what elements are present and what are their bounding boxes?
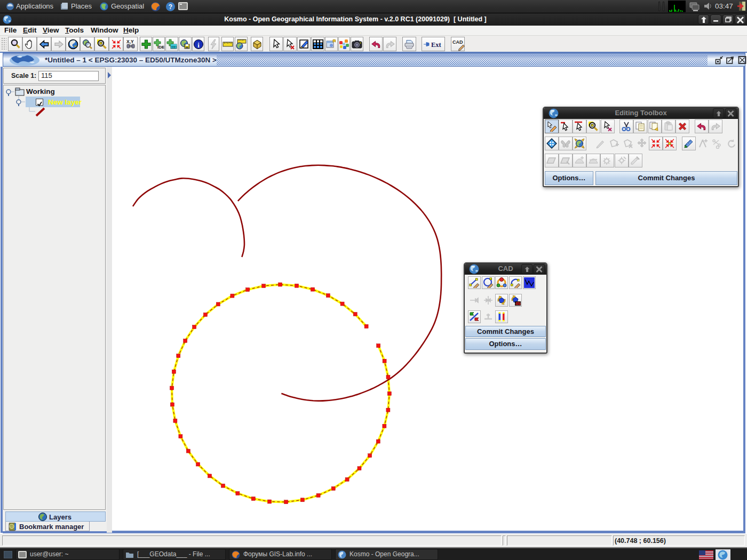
- svg-text:i: i: [197, 41, 200, 49]
- svg-text:X,Y: X,Y: [126, 39, 134, 44]
- svg-text:?: ?: [169, 3, 172, 11]
- svg-text:Ext: Ext: [431, 41, 442, 49]
- svg-text:IDE: IDE: [157, 45, 164, 50]
- svg-text:45: 45: [515, 301, 521, 306]
- svg-text:@: @: [10, 525, 13, 529]
- svg-text:CAD: CAD: [452, 39, 463, 45]
